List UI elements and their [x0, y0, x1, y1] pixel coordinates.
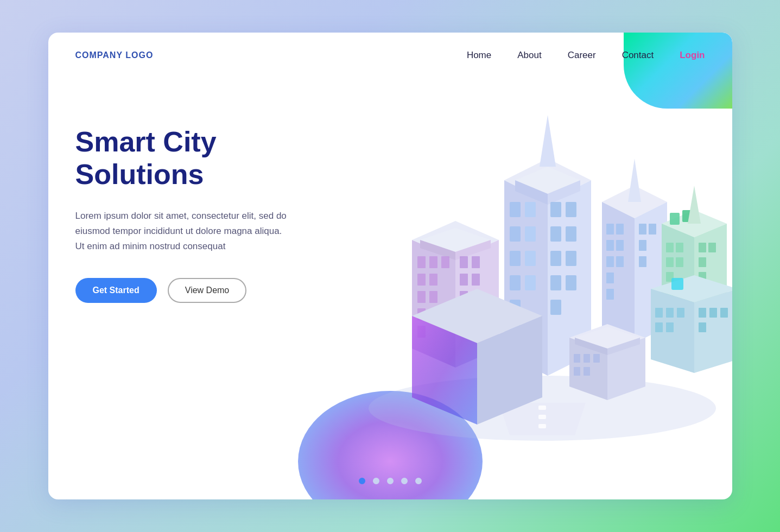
svg-rect-78 — [676, 257, 683, 267]
svg-rect-23 — [566, 202, 576, 217]
svg-rect-17 — [525, 251, 536, 266]
svg-rect-18 — [510, 275, 521, 290]
svg-rect-68 — [639, 256, 646, 267]
dot-2[interactable] — [373, 478, 379, 484]
svg-rect-29 — [566, 275, 576, 290]
hero-title: Smart City Solutions — [75, 126, 336, 191]
svg-rect-63 — [606, 273, 614, 283]
svg-rect-43 — [429, 291, 437, 303]
svg-rect-47 — [472, 256, 480, 268]
svg-rect-41 — [429, 274, 437, 286]
svg-rect-46 — [460, 256, 468, 268]
nav-item-contact[interactable]: Contact — [622, 50, 654, 61]
nav-link-home[interactable]: Home — [467, 50, 491, 60]
main-card: COMPANY LOGO Home About Career Contact L… — [48, 33, 732, 499]
nav-item-career[interactable]: Career — [568, 50, 596, 61]
nav-item-about[interactable]: About — [517, 50, 541, 61]
hero-description: Lorem ipsum dolor sit amet, consectetur … — [75, 208, 293, 254]
svg-rect-102 — [671, 278, 683, 290]
svg-rect-38 — [429, 256, 437, 268]
svg-rect-108 — [699, 308, 706, 318]
svg-rect-30 — [550, 300, 561, 315]
svg-rect-94 — [574, 354, 580, 363]
svg-rect-39 — [441, 256, 449, 268]
svg-rect-64 — [606, 289, 614, 300]
svg-rect-40 — [417, 274, 426, 286]
svg-rect-4 — [538, 424, 546, 428]
svg-rect-104 — [666, 308, 674, 318]
svg-rect-42 — [417, 291, 426, 303]
svg-rect-67 — [639, 240, 646, 251]
svg-rect-96 — [593, 354, 600, 363]
svg-rect-19 — [525, 275, 536, 290]
svg-rect-65 — [639, 224, 646, 235]
svg-rect-2 — [538, 406, 546, 410]
svg-rect-83 — [699, 257, 706, 267]
svg-rect-82 — [708, 243, 716, 252]
svg-marker-56 — [628, 159, 641, 202]
svg-marker-11 — [540, 115, 556, 167]
svg-rect-109 — [709, 308, 717, 318]
svg-rect-66 — [649, 224, 656, 235]
svg-rect-12 — [510, 202, 521, 217]
dot-5[interactable] — [415, 478, 422, 484]
carousel-dots — [359, 478, 422, 484]
city-svg — [325, 77, 732, 468]
company-logo: COMPANY LOGO — [75, 50, 154, 60]
nav-link-about[interactable]: About — [517, 50, 541, 60]
svg-rect-16 — [510, 251, 521, 266]
svg-rect-27 — [566, 251, 576, 266]
svg-rect-95 — [584, 354, 590, 363]
svg-marker-74 — [688, 186, 701, 224]
nav-item-home[interactable]: Home — [467, 50, 491, 61]
svg-rect-3 — [538, 415, 546, 419]
svg-rect-110 — [720, 308, 728, 318]
nav-item-login[interactable]: Login — [680, 50, 705, 61]
svg-rect-76 — [676, 243, 683, 252]
svg-rect-62 — [616, 256, 624, 267]
svg-rect-59 — [606, 240, 614, 251]
nav-link-contact[interactable]: Contact — [622, 50, 654, 60]
svg-rect-57 — [606, 224, 614, 235]
svg-rect-28 — [550, 275, 561, 290]
svg-rect-26 — [550, 251, 561, 266]
svg-rect-111 — [699, 322, 706, 332]
svg-rect-106 — [655, 322, 663, 332]
svg-rect-58 — [616, 224, 624, 235]
nav-link-career[interactable]: Career — [568, 50, 596, 60]
svg-rect-60 — [616, 240, 624, 251]
svg-rect-97 — [574, 367, 580, 376]
svg-rect-107 — [666, 322, 674, 332]
navbar: COMPANY LOGO Home About Career Contact L… — [48, 33, 732, 72]
svg-rect-24 — [550, 226, 561, 242]
svg-rect-77 — [666, 257, 674, 267]
hero-buttons: Get Started View Demo — [75, 278, 336, 303]
svg-rect-81 — [699, 243, 706, 252]
svg-rect-15 — [525, 226, 536, 242]
view-demo-button[interactable]: View Demo — [168, 278, 247, 303]
svg-rect-75 — [666, 243, 674, 252]
svg-rect-25 — [566, 226, 576, 242]
svg-rect-98 — [584, 367, 590, 376]
svg-rect-48 — [460, 274, 468, 286]
dot-4[interactable] — [401, 478, 408, 484]
dot-1[interactable] — [359, 478, 365, 484]
dot-3[interactable] — [387, 478, 394, 484]
get-started-button[interactable]: Get Started — [75, 278, 157, 303]
svg-rect-14 — [510, 226, 521, 242]
svg-rect-61 — [606, 256, 614, 267]
svg-rect-72 — [670, 213, 680, 225]
svg-rect-103 — [655, 308, 663, 318]
svg-rect-13 — [525, 202, 536, 217]
city-illustration — [336, 93, 705, 479]
svg-rect-105 — [677, 308, 684, 318]
nav-links: Home About Career Contact Login — [467, 50, 705, 61]
svg-rect-37 — [417, 256, 426, 268]
hero-section: Smart City Solutions Lorem ipsum dolor s… — [48, 72, 732, 479]
hero-text: Smart City Solutions Lorem ipsum dolor s… — [75, 93, 336, 303]
svg-rect-49 — [472, 274, 480, 286]
svg-rect-22 — [550, 202, 561, 217]
nav-link-login[interactable]: Login — [680, 50, 705, 60]
